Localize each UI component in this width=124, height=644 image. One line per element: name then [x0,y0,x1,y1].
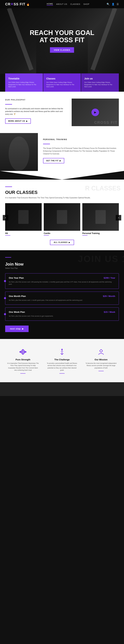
classes-watermark: R CLASSES [85,185,120,192]
nav-about[interactable]: ABOUT US [56,3,67,5]
classes-slider: ‹ Hit Cardio [5,203,119,236]
slider-prev-button[interactable]: ‹ [3,215,8,220]
plan-month-desc: No Term, plus free access card. 1 month … [9,299,115,302]
feature-timetable: Timetable Our Clubs Have Cutting Edge Fi… [5,74,43,92]
feature-mission: Our Mission To become the most recognise… [83,346,119,375]
cardio-placeholder [57,210,67,224]
class-card-cardio: Cardio [44,203,80,236]
play-button[interactable]: ▶ [92,108,99,116]
svg-rect-4 [25,351,26,352]
class-card-pt: Personal Training [82,203,119,236]
plan-one-week: One Week Plan $15 / Week No Term, plus f… [5,308,119,321]
search-icon[interactable]: 🔍 [106,3,110,6]
user-icon[interactable]: 👤 [112,3,114,6]
challenge-icon [58,348,66,356]
pt-figure [0,133,38,171]
class-line-cardio [44,235,49,236]
philosophy-body: As summarised in our philosophy and miss… [5,107,66,116]
feature-challenge: The Challenge To provide a personalised … [44,346,80,375]
arrow-icon: ▶ [60,160,61,162]
more-about-us-button[interactable]: More About Us ▶ [5,118,31,124]
class-line-hit [5,235,10,236]
chevron-left [0,171,62,180]
strength-desc: It Is Imperative That Everyone Maximises… [7,362,39,372]
logo-accent: ✕ [10,2,14,6]
plan-year-price: $299 / Year [104,276,115,279]
pt-label: Personal Training [43,138,119,141]
menu-icon[interactable]: ☰ [116,3,119,6]
arrow-icon: ▶ [26,120,28,122]
philosophy-section: OUR PHILOSOPHY As summarised in our phil… [0,92,124,133]
nav-shop[interactable]: SHOP [83,3,90,5]
class-img-hit [5,203,42,231]
logo-icon: 🔥 [26,3,30,6]
feature-joinus-desc: Our Clubs Have Cutting Edge Fitness Equi… [84,81,116,88]
svg-rect-3 [24,350,25,353]
plan-month-header: One Month Plan $29 / Month [9,295,115,298]
slider-next-button[interactable]: › [116,215,121,220]
cf-watermark: CROSS FIT [94,120,118,125]
nav-home[interactable]: HOME [47,3,53,6]
challenge-desc: To provide a personalised health and fit… [46,362,78,372]
strength-icon [18,348,27,356]
plan-one-year: One Year Plan $299 / Year No Term, plus … [5,273,119,289]
join-now-section: JOIN US 1 Join Now Select Your Plan One … [0,250,124,339]
rope-right [90,8,117,70]
feature-joinus-title: Join us [84,77,116,80]
philosophy-right: CROSS FIT ▶ [72,98,119,126]
plan-year-desc: No Term, plus free access card. Gift pas… [9,281,115,286]
classes-header: OUR CLASSES R CLASSES [5,186,119,195]
philosophy-divider [5,104,12,104]
chevron-divider [0,171,124,180]
join-watermark: JOIN US 1 [78,254,124,264]
nav-icons: 🔍 👤 ☰ [106,3,119,6]
arrow-icon: ▶ [69,242,70,243]
class-name-hit: Hit [5,232,42,234]
bottom-features-section: Pure Strength It Is Imperative That Ever… [0,339,124,382]
class-name-cardio: Cardio [44,232,80,234]
plan-dot-week [4,313,6,315]
hit-placeholder [18,210,28,224]
plan-week-header: One Week Plan $15 / Week [9,311,115,313]
class-img-cardio [44,203,80,231]
mission-desc: To become the most recognised independen… [85,362,117,369]
next-step-button[interactable]: next step ▶ [5,326,28,332]
feature-timetable-desc: Our Clubs Have Cutting Edge Fitness Equi… [8,81,40,88]
footer [0,382,124,396]
philosophy-left: OUR PHILOSOPHY As summarised in our phil… [5,98,66,126]
join-divider [5,257,11,258]
join-subtitle: Select Your Plan [5,267,119,269]
classes-divider [5,186,12,187]
feature-classes: Classes Our Clubs Have Cutting Edge Fitn… [43,74,81,92]
view-classes-button[interactable]: View Classes [50,47,74,53]
pt-body: The Scope Of Practice For A Personal Tra… [43,147,119,155]
class-card-hit: Hit [5,203,42,236]
feature-timetable-title: Timetable [8,77,40,80]
challenge-title: The Challenge [46,358,78,361]
rope-left [7,8,34,70]
feature-classes-desc: Our Clubs Have Cutting Edge Fitness Equi… [46,81,78,88]
trainer-silhouette [8,136,29,171]
pt-divider [43,144,50,144]
pt-placeholder [96,210,106,224]
personal-training-section: Personal Training The Scope Of Practice … [0,133,124,171]
feature-joinus: Join us Our Clubs Have Cutting Edge Fitn… [81,74,119,92]
classes-track: Hit Cardio Personal Training [5,203,119,236]
classes-subtitle: It Is Imperative That Everyone Maximises… [5,196,119,199]
philosophy-label: OUR PHILOSOPHY [5,98,66,101]
svg-point-9 [61,349,63,350]
all-classes-btn-container: ALL CLASSES ▶ [5,240,119,245]
get-the-fit-button[interactable]: Get The Fit ▶ [43,158,64,163]
navbar: CR✕SS FIT 🔥 HOME ABOUT US CLASSES SHOP 🔍… [0,0,124,8]
plan-one-month: One Month Plan $29 / Month No Term, plus… [5,292,119,305]
hero-content: REACH YOUR GOAL AT CROSS FIT View Classe… [30,29,94,53]
logo: CR✕SS FIT 🔥 [5,2,30,6]
nav-links: HOME ABOUT US CLASSES SHOP [47,3,90,6]
nav-classes[interactable]: CLASSES [70,3,80,5]
philosophy-video-thumbnail: CROSS FIT ▶ [72,98,119,126]
plan-week-desc: No Term, plus free access card. Free acc… [9,315,115,318]
hero-title: REACH YOUR GOAL AT CROSS FIT [30,29,94,44]
all-classes-button[interactable]: ALL CLASSES ▶ [50,240,74,245]
mission-icon [97,348,106,356]
plan-month-price: $29 / Month [103,295,115,298]
